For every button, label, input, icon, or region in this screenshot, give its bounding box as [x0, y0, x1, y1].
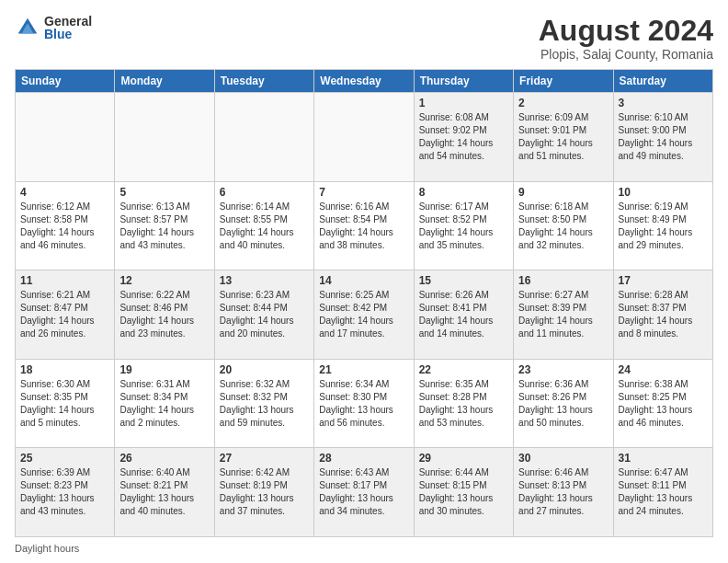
- day-info: Sunrise: 6:34 AMSunset: 8:30 PMDaylight:…: [319, 378, 408, 430]
- day-number: 11: [20, 274, 109, 287]
- calendar-day-cell: 18Sunrise: 6:30 AMSunset: 8:35 PMDayligh…: [16, 359, 115, 448]
- title-section: August 2024 Plopis, Salaj County, Romani…: [539, 15, 713, 62]
- logo-text: General Blue: [44, 15, 92, 40]
- day-info: Sunrise: 6:22 AMSunset: 8:46 PMDaylight:…: [119, 289, 209, 340]
- day-number: 21: [319, 363, 408, 376]
- calendar-day-cell: [115, 93, 214, 182]
- day-number: 10: [619, 186, 708, 199]
- day-info: Sunrise: 6:38 AMSunset: 8:25 PMDaylight:…: [619, 378, 708, 430]
- calendar-day-cell: 29Sunrise: 6:44 AMSunset: 8:15 PMDayligh…: [414, 448, 513, 537]
- calendar-day-cell: 30Sunrise: 6:46 AMSunset: 8:13 PMDayligh…: [514, 448, 613, 537]
- calendar-week-row: 18Sunrise: 6:30 AMSunset: 8:35 PMDayligh…: [16, 359, 713, 448]
- day-number: 13: [220, 274, 309, 287]
- calendar-day-cell: 17Sunrise: 6:28 AMSunset: 8:37 PMDayligh…: [613, 270, 712, 360]
- calendar-day-cell: 6Sunrise: 6:14 AMSunset: 8:55 PMDaylight…: [214, 181, 313, 270]
- day-number: 20: [220, 363, 309, 376]
- day-number: 31: [619, 452, 708, 465]
- day-info: Sunrise: 6:19 AMSunset: 8:49 PMDaylight:…: [619, 201, 708, 252]
- day-number: 25: [20, 452, 109, 465]
- calendar-day-cell: 14Sunrise: 6:25 AMSunset: 8:42 PMDayligh…: [314, 270, 414, 360]
- calendar-day-header: Friday: [514, 70, 613, 93]
- day-info: Sunrise: 6:32 AMSunset: 8:32 PMDaylight:…: [220, 378, 309, 430]
- calendar-day-cell: [214, 93, 313, 182]
- page: General Blue August 2024 Plopis, Salaj C…: [0, 0, 728, 563]
- calendar-day-cell: [16, 93, 115, 182]
- day-number: 6: [220, 186, 309, 199]
- calendar-week-row: 25Sunrise: 6:39 AMSunset: 8:23 PMDayligh…: [16, 448, 713, 537]
- day-number: 7: [319, 186, 408, 199]
- day-number: 4: [20, 186, 109, 199]
- day-info: Sunrise: 6:14 AMSunset: 8:55 PMDaylight:…: [220, 201, 309, 252]
- calendar-day-cell: 12Sunrise: 6:22 AMSunset: 8:46 PMDayligh…: [115, 270, 214, 360]
- day-number: 19: [119, 363, 209, 376]
- calendar-day-cell: 2Sunrise: 6:09 AMSunset: 9:01 PMDaylight…: [514, 93, 613, 182]
- calendar-day-cell: 16Sunrise: 6:27 AMSunset: 8:39 PMDayligh…: [514, 270, 613, 360]
- day-number: 5: [119, 186, 209, 199]
- day-number: 18: [20, 363, 109, 376]
- calendar-day-cell: 31Sunrise: 6:47 AMSunset: 8:11 PMDayligh…: [613, 448, 712, 537]
- day-number: 2: [518, 97, 608, 109]
- day-info: Sunrise: 6:08 AMSunset: 9:02 PMDaylight:…: [419, 111, 508, 163]
- calendar-day-header: Thursday: [414, 70, 513, 93]
- logo: General Blue: [15, 15, 92, 40]
- day-info: Sunrise: 6:21 AMSunset: 8:47 PMDaylight:…: [20, 289, 109, 340]
- day-info: Sunrise: 6:35 AMSunset: 8:28 PMDaylight:…: [419, 378, 508, 430]
- logo-general: General: [44, 15, 92, 28]
- day-info: Sunrise: 6:46 AMSunset: 8:13 PMDaylight:…: [518, 466, 608, 518]
- calendar-day-header: Monday: [115, 70, 214, 93]
- footer-text: Daylight hours: [15, 543, 79, 554]
- calendar-day-cell: 19Sunrise: 6:31 AMSunset: 8:34 PMDayligh…: [115, 359, 214, 448]
- day-info: Sunrise: 6:30 AMSunset: 8:35 PMDaylight:…: [20, 378, 109, 430]
- calendar-day-header: Sunday: [16, 70, 115, 93]
- calendar-day-cell: 22Sunrise: 6:35 AMSunset: 8:28 PMDayligh…: [414, 359, 513, 448]
- day-info: Sunrise: 6:12 AMSunset: 8:58 PMDaylight:…: [20, 201, 109, 252]
- day-number: 15: [419, 274, 508, 287]
- calendar-day-cell: [314, 93, 414, 182]
- header: General Blue August 2024 Plopis, Salaj C…: [15, 15, 713, 62]
- day-info: Sunrise: 6:28 AMSunset: 8:37 PMDaylight:…: [619, 289, 708, 340]
- day-info: Sunrise: 6:43 AMSunset: 8:17 PMDaylight:…: [319, 466, 408, 518]
- calendar-day-cell: 8Sunrise: 6:17 AMSunset: 8:52 PMDaylight…: [414, 181, 513, 270]
- day-info: Sunrise: 6:13 AMSunset: 8:57 PMDaylight:…: [119, 201, 209, 252]
- calendar-day-cell: 26Sunrise: 6:40 AMSunset: 8:21 PMDayligh…: [115, 448, 214, 537]
- calendar-day-header: Wednesday: [314, 70, 414, 93]
- day-number: 22: [419, 363, 508, 376]
- calendar-day-cell: 27Sunrise: 6:42 AMSunset: 8:19 PMDayligh…: [214, 448, 313, 537]
- calendar-day-cell: 9Sunrise: 6:18 AMSunset: 8:50 PMDaylight…: [514, 181, 613, 270]
- day-number: 28: [319, 452, 408, 465]
- day-number: 14: [319, 274, 408, 287]
- day-number: 1: [419, 97, 508, 109]
- calendar-day-cell: 5Sunrise: 6:13 AMSunset: 8:57 PMDaylight…: [115, 181, 214, 270]
- calendar-day-cell: 11Sunrise: 6:21 AMSunset: 8:47 PMDayligh…: [16, 270, 115, 360]
- calendar-day-cell: 10Sunrise: 6:19 AMSunset: 8:49 PMDayligh…: [613, 181, 712, 270]
- calendar-day-cell: 25Sunrise: 6:39 AMSunset: 8:23 PMDayligh…: [16, 448, 115, 537]
- day-info: Sunrise: 6:47 AMSunset: 8:11 PMDaylight:…: [619, 466, 708, 518]
- day-number: 3: [619, 97, 708, 109]
- day-number: 16: [518, 274, 608, 287]
- day-info: Sunrise: 6:42 AMSunset: 8:19 PMDaylight:…: [220, 466, 309, 518]
- calendar-day-cell: 7Sunrise: 6:16 AMSunset: 8:54 PMDaylight…: [314, 181, 414, 270]
- calendar-week-row: 1Sunrise: 6:08 AMSunset: 9:02 PMDaylight…: [16, 93, 713, 182]
- day-info: Sunrise: 6:10 AMSunset: 9:00 PMDaylight:…: [619, 111, 708, 163]
- footer: Daylight hours: [15, 543, 713, 554]
- calendar-day-header: Tuesday: [214, 70, 313, 93]
- day-info: Sunrise: 6:44 AMSunset: 8:15 PMDaylight:…: [419, 466, 508, 518]
- day-info: Sunrise: 6:39 AMSunset: 8:23 PMDaylight:…: [20, 466, 109, 518]
- calendar-day-header: Saturday: [613, 70, 712, 93]
- day-number: 29: [419, 452, 508, 465]
- day-info: Sunrise: 6:25 AMSunset: 8:42 PMDaylight:…: [319, 289, 408, 340]
- day-info: Sunrise: 6:23 AMSunset: 8:44 PMDaylight:…: [220, 289, 309, 340]
- day-number: 9: [518, 186, 608, 199]
- calendar-day-cell: 20Sunrise: 6:32 AMSunset: 8:32 PMDayligh…: [214, 359, 313, 448]
- day-number: 27: [220, 452, 309, 465]
- day-info: Sunrise: 6:36 AMSunset: 8:26 PMDaylight:…: [518, 378, 608, 430]
- calendar-day-cell: 28Sunrise: 6:43 AMSunset: 8:17 PMDayligh…: [314, 448, 414, 537]
- day-info: Sunrise: 6:09 AMSunset: 9:01 PMDaylight:…: [518, 111, 608, 163]
- calendar-day-cell: 15Sunrise: 6:26 AMSunset: 8:41 PMDayligh…: [414, 270, 513, 360]
- day-info: Sunrise: 6:40 AMSunset: 8:21 PMDaylight:…: [119, 466, 209, 518]
- day-number: 12: [119, 274, 209, 287]
- logo-icon: [15, 15, 40, 40]
- day-number: 8: [419, 186, 508, 199]
- month-title: August 2024: [539, 15, 713, 47]
- logo-blue: Blue: [44, 28, 92, 40]
